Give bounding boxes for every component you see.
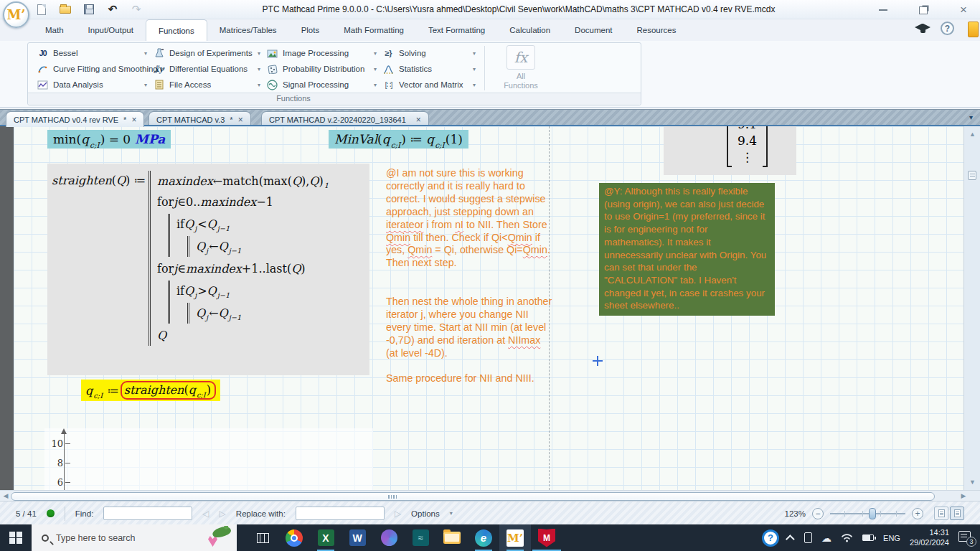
zoom-slider-thumb[interactable] — [869, 508, 876, 519]
zoom-out-button[interactable]: − — [812, 508, 824, 519]
battery-icon[interactable] — [862, 534, 874, 541]
taskbar-word[interactable]: W — [341, 524, 373, 551]
ribbon-item-solving[interactable]: ≥} Solving ▾ — [380, 45, 479, 61]
get-help-icon[interactable]: ? — [762, 529, 779, 547]
tab-list-caret-icon[interactable]: ▾ — [969, 113, 973, 121]
ribbon-item-file-access[interactable]: File Access ▾ — [150, 77, 263, 93]
tab-matrices-tables[interactable]: Matrices/Tables — [207, 19, 289, 41]
worksheet[interactable]: min(qc;I) = 0 MPa MinVal(qc;I) ≔ qc;I(1)… — [0, 126, 980, 490]
help-icon[interactable]: ? — [941, 22, 954, 35]
taskbar-file-explorer[interactable] — [436, 524, 468, 551]
zoom-slider[interactable] — [830, 513, 905, 514]
taskbar-loop[interactable] — [373, 524, 405, 551]
math-region-matrix[interactable]: 9.1 9.4 ⋮ — [664, 126, 796, 175]
onedrive-cloud-icon[interactable]: ☁ — [821, 532, 831, 544]
options-button[interactable]: Options — [411, 509, 440, 518]
new-document-button[interactable] — [34, 2, 49, 17]
scroll-left-icon[interactable]: ◀ — [1, 491, 11, 501]
ribbon-item-probability-distribution[interactable]: Probability Distribution ▾ — [263, 61, 380, 77]
dropdown-caret-icon[interactable]: ▾ — [258, 82, 260, 88]
ribbon-item-bessel[interactable]: J0 Bessel ▾ — [34, 45, 150, 61]
vertical-scrollbar[interactable]: ▲ ▼ — [963, 126, 980, 490]
ribbon-item-vector-and-matrix[interactable]: [∷] Vector and Matrix ▾ — [380, 77, 479, 93]
undo-button[interactable]: ↶ — [105, 2, 120, 17]
math-region-straighten-program[interactable]: straighten(Q) ≔ maxindex ← match(max(Q),… — [47, 164, 369, 375]
scroll-down-icon[interactable]: ▼ — [964, 479, 980, 486]
wifi-icon[interactable] — [841, 533, 853, 542]
page-view-button[interactable] — [934, 507, 948, 520]
tab-functions[interactable]: Functions — [146, 19, 207, 41]
dropdown-caret-icon[interactable]: ▾ — [258, 66, 260, 72]
close-tab-icon[interactable]: × — [131, 115, 136, 125]
minimize-button[interactable] — [874, 2, 892, 18]
text-comment-1[interactable]: @I am not sure this is working correctly… — [386, 167, 553, 270]
assignment-rhs-selected[interactable]: straighten(qc;I) — [121, 381, 216, 400]
tab-text-formatting[interactable]: Text Formatting — [416, 19, 497, 41]
ribbon-item-curve-fitting[interactable]: Curve Fitting and Smoothing ▾ — [34, 61, 150, 77]
text-comment-2[interactable]: Then nest the whole thing in another ite… — [386, 296, 553, 360]
learning-center-icon[interactable] — [915, 24, 932, 34]
taskbar-mcafee[interactable]: M — [531, 524, 562, 551]
dropdown-caret-icon[interactable]: ▾ — [374, 50, 377, 57]
open-button[interactable] — [58, 2, 72, 17]
ribbon-item-signal-processing[interactable]: Signal Processing ▾ — [263, 77, 380, 93]
dropdown-caret-icon[interactable]: ▾ — [473, 66, 476, 72]
close-tab-icon[interactable]: × — [416, 115, 421, 125]
taskbar-excel[interactable]: X — [310, 524, 341, 551]
taskbar-clock[interactable]: 14:31 29/02/2024 — [910, 528, 949, 547]
options-caret-icon[interactable]: ▾ — [450, 510, 453, 517]
scroll-marker-icon[interactable] — [968, 171, 976, 180]
ribbon-item-differential-equations[interactable]: ẍy Differential Equations ▾ — [150, 61, 263, 77]
find-next-icon[interactable]: ▷ — [220, 509, 226, 519]
phone-link-icon[interactable] — [804, 532, 812, 543]
start-button[interactable] — [0, 524, 32, 551]
notification-badge-icon[interactable] — [968, 22, 979, 37]
text-note-green[interactable]: @Y: Although this is really flexible (us… — [599, 183, 775, 316]
tab-resources[interactable]: Resources — [625, 19, 689, 41]
redo-button[interactable]: ↷ — [129, 2, 143, 17]
replace-input[interactable] — [296, 507, 385, 520]
scrollbar-thumb[interactable] — [11, 492, 935, 501]
action-center-button[interactable]: 3 — [958, 531, 974, 545]
math-region-minval-expr[interactable]: MinVal(qc;I) ≔ qc;I(1) — [329, 130, 468, 149]
dropdown-caret-icon[interactable]: ▾ — [258, 50, 260, 57]
dropdown-caret-icon[interactable]: ▾ — [374, 66, 377, 72]
draft-view-button[interactable] — [950, 507, 964, 520]
tab-math[interactable]: Math — [33, 19, 76, 41]
taskbar-app[interactable]: ≈ — [405, 524, 436, 551]
all-functions-button[interactable]: fx AllFunctions — [493, 45, 549, 90]
tab-calculation[interactable]: Calculation — [497, 19, 562, 41]
find-input[interactable] — [103, 507, 192, 520]
ribbon-item-data-analysis[interactable]: Data Analysis ▾ — [34, 77, 150, 93]
dropdown-caret-icon[interactable]: ▾ — [144, 50, 147, 57]
ribbon-item-design-of-experiments[interactable]: Design of Experiments ▾ — [150, 45, 263, 61]
zoom-in-button[interactable]: + — [912, 508, 923, 519]
replace-go-icon[interactable]: ▷ — [395, 509, 401, 519]
ribbon-item-image-processing[interactable]: Image Processing ▾ — [263, 45, 380, 61]
dropdown-caret-icon[interactable]: ▾ — [144, 82, 147, 88]
taskbar-mathcad[interactable]: M’ — [499, 524, 531, 551]
scroll-right-icon[interactable]: ▶ — [958, 491, 969, 501]
restore-button[interactable] — [914, 2, 933, 18]
save-button[interactable] — [82, 2, 96, 17]
tab-math-formatting[interactable]: Math Formatting — [331, 19, 416, 41]
taskbar-search[interactable]: Type here to search — [32, 524, 237, 551]
horizontal-scrollbar[interactable]: ◀ ▶ — [0, 490, 980, 501]
task-view-button[interactable] — [247, 524, 278, 551]
tray-expand-icon[interactable] — [786, 534, 795, 544]
scroll-up-icon[interactable]: ▲ — [964, 131, 980, 138]
math-region-min-expr[interactable]: min(qc;I) = 0 MPa — [47, 130, 171, 149]
close-button[interactable]: × — [954, 2, 973, 18]
tab-plots[interactable]: Plots — [289, 19, 332, 41]
text-comment-3[interactable]: Same procedure for NII and NIII. — [386, 372, 553, 385]
tab-document[interactable]: Document — [562, 19, 624, 41]
taskbar-chrome[interactable] — [278, 524, 310, 551]
taskbar-edge[interactable]: e — [468, 524, 499, 551]
language-indicator[interactable]: ENG — [883, 534, 900, 542]
dropdown-caret-icon[interactable]: ▾ — [374, 82, 377, 88]
mathcad-logo-icon[interactable]: M’ — [3, 1, 29, 28]
find-previous-icon[interactable]: ◁ — [202, 509, 209, 519]
doc-tab-v04-rve[interactable]: CPT MATHCAD v0.4 rev RVE * × — [6, 111, 144, 127]
dropdown-caret-icon[interactable]: ▾ — [473, 82, 476, 88]
dropdown-caret-icon[interactable]: ▾ — [473, 50, 476, 57]
